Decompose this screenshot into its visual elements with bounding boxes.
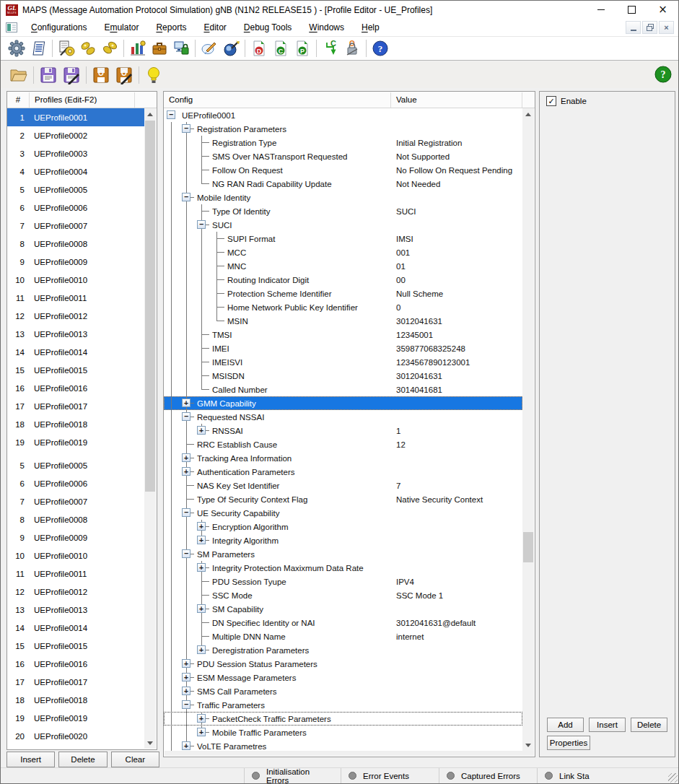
column-profiles[interactable]: Profiles (Edit-F2) [30,92,135,108]
tree-row[interactable]: Home Network Public Key Identifier0 [164,300,522,314]
mdi-restore-button[interactable] [642,21,657,34]
profile-row[interactable]: 11UEProfile0011 [7,289,144,307]
profile-row[interactable]: 5UEProfile0005 [7,180,144,199]
tree-row[interactable]: −SM Parameters [164,547,522,561]
profile-row[interactable]: 19UEProfile0019 [7,433,144,451]
tree-row[interactable]: −Traffic Parameters [164,698,522,712]
expander-minus-icon[interactable]: − [179,122,194,136]
tree-row[interactable]: Multiple DNN Nameinternet [164,630,522,643]
expander-plus-icon[interactable]: + [194,561,209,575]
tree-row[interactable]: SUPI FormatIMSI [164,232,522,245]
insert-profile-button[interactable]: Insert [6,752,55,767]
maximize-button[interactable] [616,1,647,19]
tree-row[interactable]: Type Of IdentitySUCI [164,204,522,218]
tree-row[interactable]: IMEI359877068325248 [164,341,522,355]
scroll-down-icon[interactable] [144,737,156,749]
tree-row[interactable]: +Integrity Protection Maxixmum Data Rate [164,561,522,575]
tree-row[interactable]: RRC Establish Cause12 [164,437,522,451]
profile-row[interactable]: 21UEProfile0021 [7,745,144,749]
decode-doc-icon[interactable]: D [248,38,270,58]
menu-windows[interactable]: Windows [302,20,351,35]
tree-row[interactable]: +PacketCheck Traffic Parameters [164,712,522,726]
tree-row[interactable]: Type Of Security Context FlagNative Secu… [164,492,522,506]
tree-row[interactable]: MSISDN3012041631 [164,369,522,383]
delete-profile-button[interactable]: Delete [58,752,107,767]
message-editor-icon[interactable] [198,38,220,58]
tree-row[interactable]: DN Specifiec Identity or NAI3012041631@d… [164,616,522,630]
column-value[interactable]: Value [391,92,522,108]
profile-row[interactable]: 10UEProfile0010 [7,546,144,565]
tree-row[interactable]: −SUCI [164,218,522,232]
profile-row[interactable]: 15UEProfile0015 [7,361,144,379]
expander-plus-icon[interactable]: + [194,726,209,739]
tree-row[interactable]: TMSI12345001 [164,328,522,341]
expander-minus-icon[interactable]: − [179,547,194,561]
save-object-icon[interactable]: O [89,64,113,86]
column-config[interactable]: Config [164,92,391,108]
tree-row[interactable]: −UEProfile0001 [164,108,522,122]
tree-row[interactable]: +PDU Session Status Parameters [164,657,522,671]
expander-plus-icon[interactable]: + [179,465,194,479]
tree-row[interactable]: +RNSSAI1 [164,424,522,437]
expander-plus-icon[interactable]: + [179,451,194,465]
tree-row[interactable]: MNC01 [164,259,522,273]
tree-row[interactable]: +SM Capability [164,602,522,616]
profile-row[interactable]: 14UEProfile0014 [7,619,144,637]
expander-plus-icon[interactable]: + [194,712,209,726]
tree-row[interactable]: +Authentication Parameters [164,465,522,479]
tree-row[interactable]: NG RAN Radi Capability UpdateNot Needed [164,177,522,191]
tree-row[interactable]: PDU Session TyupeIPV4 [164,575,522,588]
tree-row[interactable]: Registration TypeInitial Registration [164,136,522,149]
clear-profile-button[interactable]: Clear [111,752,159,767]
profile-row[interactable]: 5UEProfile0005 [7,456,144,474]
status-pane-captured-errors[interactable]: Captured Errors [439,768,537,783]
profile-row[interactable]: 9UEProfile0009 [7,253,144,271]
resize-grip-icon[interactable] [668,773,678,783]
profile-row[interactable]: 16UEProfile0016 [7,655,144,673]
menu-help[interactable]: Help [355,20,386,35]
expander-minus-icon[interactable]: − [179,506,194,520]
statistics-chart-icon[interactable] [127,38,149,58]
tree-row[interactable]: +Encryption Algorithm [164,520,522,533]
enable-checkbox[interactable]: ✓ [546,96,556,106]
expander-minus-icon[interactable]: − [179,191,194,204]
profile-row[interactable]: 13UEProfile0013 [7,325,144,343]
save-profile-as-icon[interactable] [60,64,83,86]
expander-plus-icon[interactable]: + [179,684,194,698]
profile-row[interactable]: 6UEProfile0006 [7,474,144,492]
profile-row[interactable]: 13UEProfile0013 [7,601,144,619]
expander-plus-icon[interactable]: + [179,739,194,751]
expander-minus-icon[interactable]: − [164,108,179,122]
profile-row[interactable]: 18UEProfile0018 [7,415,144,433]
save-profile-icon[interactable] [37,64,60,86]
minimize-button[interactable] [585,1,616,19]
expander-plus-icon[interactable]: + [194,520,209,533]
open-profile-icon[interactable] [7,64,30,86]
tree-row[interactable]: +VoLTE Parametres [164,739,522,751]
status-pane-link-sta[interactable]: Link Sta [537,768,678,783]
tree-row[interactable]: +Deregistration Parameters [164,643,522,657]
tree-row[interactable]: −UE Security Capability [164,506,522,520]
menu-emulator[interactable]: Emulator [97,20,145,35]
tree-row[interactable]: MCC001 [164,245,522,259]
expander-plus-icon[interactable]: + [194,643,209,657]
expander-plus-icon[interactable]: + [179,671,194,684]
profile-row[interactable]: 11UEProfile0011 [7,565,144,583]
tree-row[interactable]: SMS Over NASTransport RequestedNot Suppo… [164,149,522,163]
tree-row[interactable]: SSC ModeSSC Mode 1 [164,588,522,602]
testbed-script-icon[interactable] [27,38,49,58]
scrollbar-thumb[interactable] [523,532,533,562]
expander-minus-icon[interactable]: − [194,218,209,232]
properties-button[interactable]: Properties [547,736,590,750]
mdi-close-button[interactable]: × [659,21,674,34]
menu-configurations[interactable]: Configurations [25,20,93,35]
help-icon[interactable]: ? [369,38,391,58]
playback-doc-icon[interactable]: P [292,38,313,58]
tree-row[interactable]: Follow On RequestNo Follow On Request Pe… [164,163,522,177]
tree-row[interactable]: MSIN3012041631 [164,314,522,328]
profile-row[interactable]: 12UEProfile0012 [7,307,144,325]
profile-row[interactable]: 1UEProfile0001 [7,108,144,126]
tips-bulb-icon[interactable] [142,64,165,86]
config-scrollbar[interactable] [522,108,534,751]
tree-row[interactable]: −Mobile Identity [164,191,522,204]
